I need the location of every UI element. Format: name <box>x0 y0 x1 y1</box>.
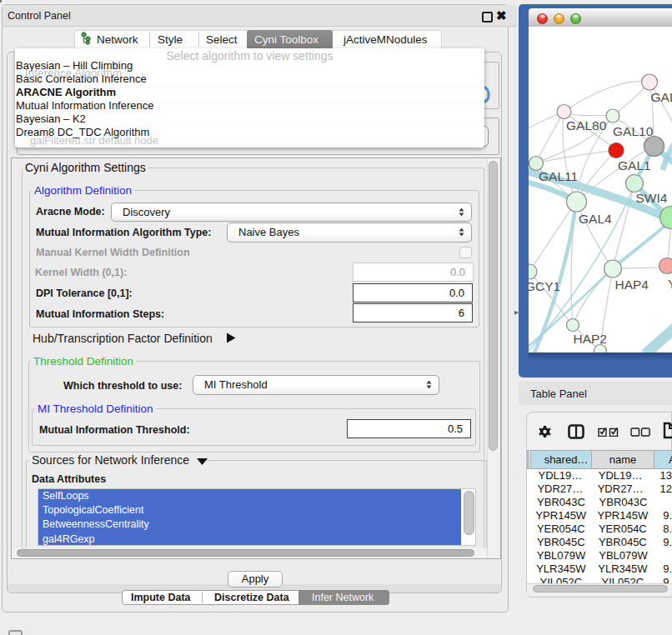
svg-text:GAL1: GAL1 <box>618 158 651 172</box>
svg-text:GAL: GAL <box>651 90 672 104</box>
svg-text:GAL4: GAL4 <box>579 212 612 226</box>
svg-text:GCY1: GCY1 <box>529 279 560 293</box>
svg-text:GAL10: GAL10 <box>613 124 654 138</box>
svg-text:HAP4: HAP4 <box>615 278 649 292</box>
svg-text:GAL80: GAL80 <box>566 118 607 132</box>
svg-text:SWI4: SWI4 <box>636 191 668 205</box>
svg-text:Y: Y <box>668 277 672 291</box>
svg-text:HAP2: HAP2 <box>574 332 608 346</box>
svg-text:GAL11: GAL11 <box>539 169 578 183</box>
